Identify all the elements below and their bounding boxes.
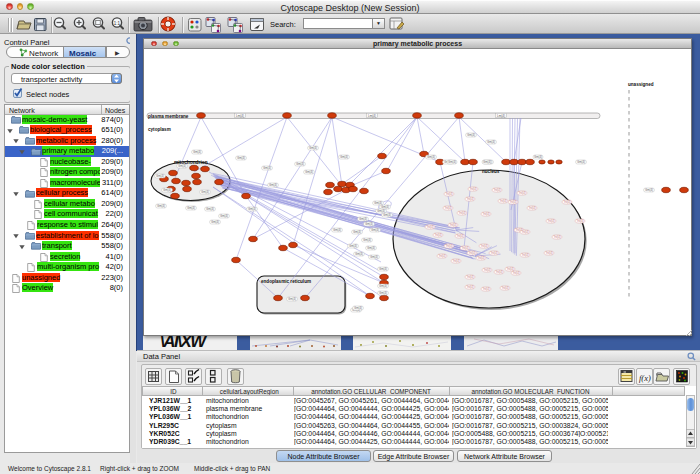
svg-text:f(x): f(x) xyxy=(639,373,651,383)
